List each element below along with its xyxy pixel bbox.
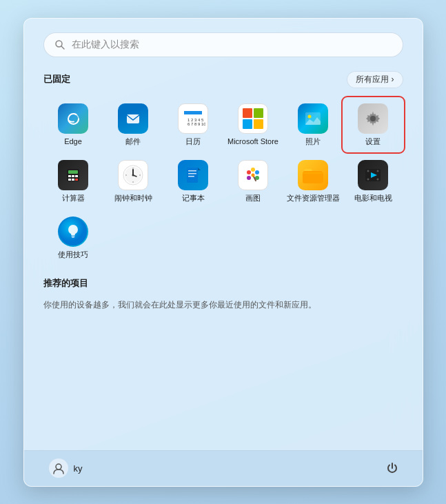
recommended-title: 推荐的项目 — [43, 277, 88, 290]
app-icon-clock — [118, 160, 148, 190]
svg-marker-43 — [198, 168, 201, 170]
all-apps-label: 所有应用 — [356, 74, 389, 85]
svg-line-1 — [61, 46, 64, 49]
svg-rect-24 — [68, 175, 71, 177]
app-icon-calendar: 1 2 3 4 5 6 7 8 9 10 — [178, 103, 208, 134]
start-menu: 在此键入以搜索 已固定 所有应用 › Edge — [23, 18, 423, 487]
svg-rect-10 — [184, 114, 202, 117]
svg-rect-28 — [72, 179, 74, 181]
svg-rect-40 — [188, 170, 196, 172]
svg-point-65 — [56, 464, 61, 470]
svg-rect-27 — [68, 179, 71, 181]
app-item-films[interactable]: 电影和电视 — [343, 154, 403, 208]
menu-body: 在此键入以搜索 已固定 所有应用 › Edge — [24, 19, 423, 450]
app-label-calendar: 日历 — [185, 137, 201, 146]
search-bar[interactable]: 在此键入以搜索 — [43, 32, 403, 57]
svg-rect-64 — [72, 236, 74, 238]
app-item-calc[interactable]: 计算器 — [43, 154, 103, 208]
svg-rect-62 — [71, 234, 75, 235]
svg-rect-26 — [75, 175, 78, 177]
svg-rect-41 — [188, 173, 196, 174]
svg-rect-17 — [254, 119, 263, 129]
svg-point-46 — [247, 170, 251, 174]
app-icon-notes — [178, 160, 208, 190]
svg-rect-39 — [187, 168, 198, 183]
app-icon-photos — [298, 103, 328, 134]
svg-rect-42 — [188, 176, 194, 177]
user-avatar-icon — [49, 458, 68, 478]
svg-point-48 — [255, 170, 259, 174]
pinned-title: 已固定 — [43, 73, 70, 85]
app-label-store: Microsoft Store — [227, 137, 278, 146]
svg-point-54 — [367, 170, 369, 172]
pinned-header: 已固定 所有应用 › — [43, 71, 403, 88]
app-item-notes[interactable]: 记事本 — [163, 154, 223, 208]
app-icon-tips — [58, 216, 88, 247]
app-label-settings: 设置 — [365, 137, 381, 146]
app-icon-explorer — [298, 160, 328, 190]
app-label-tips: 使用技巧 — [58, 250, 88, 259]
svg-point-47 — [251, 168, 255, 172]
svg-point-50 — [247, 176, 251, 180]
app-item-settings[interactable]: 设置 — [343, 98, 403, 152]
app-icon-films — [358, 160, 388, 190]
svg-point-57 — [377, 178, 379, 180]
svg-rect-2 — [127, 114, 139, 123]
svg-rect-29 — [75, 179, 78, 181]
user-area[interactable]: ky — [43, 456, 88, 481]
svg-rect-15 — [254, 108, 263, 118]
svg-point-19 — [308, 114, 312, 118]
app-item-explorer[interactable]: 文件资源管理器 — [283, 154, 343, 208]
app-label-notes: 记事本 — [182, 194, 205, 203]
menu-footer: ky — [24, 450, 423, 486]
app-label-calc: 计算器 — [62, 194, 85, 203]
app-icon-mail — [118, 103, 148, 134]
svg-point-55 — [377, 170, 379, 172]
app-label-paint: 画图 — [245, 194, 261, 203]
svg-point-56 — [367, 178, 369, 180]
app-label-films: 电影和电视 — [354, 194, 392, 203]
app-label-edge: Edge — [64, 137, 82, 146]
app-icon-edge — [58, 103, 88, 134]
svg-point-52 — [252, 173, 255, 177]
search-icon — [55, 40, 65, 50]
recommended-description: 你使用的设备越多，我们就会在此处显示更多你最近使用的文件和新应用。 — [43, 299, 403, 311]
app-item-edge[interactable]: Edge — [43, 98, 103, 152]
recommended-header: 推荐的项目 — [43, 277, 403, 290]
svg-rect-63 — [72, 235, 75, 236]
app-item-tips[interactable]: 使用技巧 — [43, 211, 103, 265]
app-label-mail: 邮件 — [125, 137, 141, 146]
svg-rect-14 — [243, 108, 252, 118]
recommended-section: 推荐的项目 你使用的设备越多，我们就会在此处显示更多你最近使用的文件和新应用。 — [43, 277, 403, 311]
app-icon-settings — [358, 103, 388, 134]
app-icon-store — [238, 103, 268, 134]
all-apps-chevron: › — [392, 74, 394, 84]
svg-rect-23 — [68, 170, 78, 174]
svg-rect-25 — [72, 175, 74, 177]
power-button[interactable] — [381, 457, 403, 479]
app-icon-paint — [238, 160, 268, 190]
app-label-photos: 照片 — [305, 137, 321, 146]
app-item-store[interactable]: Microsoft Store — [223, 98, 283, 152]
username-label: ky — [74, 463, 83, 474]
svg-point-21 — [370, 116, 376, 121]
all-apps-button[interactable]: 所有应用 › — [347, 71, 403, 88]
svg-point-61 — [68, 225, 78, 234]
app-item-paint[interactable]: 画图 — [223, 154, 283, 208]
app-icon-calc — [58, 160, 88, 190]
app-grid: Edge 邮件 — [43, 98, 403, 265]
app-item-clock[interactable]: 闹钟和时钟 — [103, 154, 163, 208]
svg-rect-16 — [243, 119, 252, 129]
app-item-mail[interactable]: 邮件 — [103, 98, 163, 152]
app-label-clock: 闹钟和时钟 — [114, 194, 152, 203]
app-item-photos[interactable]: 照片 — [283, 98, 343, 152]
app-item-calendar[interactable]: 1 2 3 4 5 6 7 8 9 10 日历 — [163, 98, 223, 152]
search-placeholder: 在此键入以搜索 — [72, 39, 139, 51]
app-label-explorer: 文件资源管理器 — [287, 194, 340, 203]
